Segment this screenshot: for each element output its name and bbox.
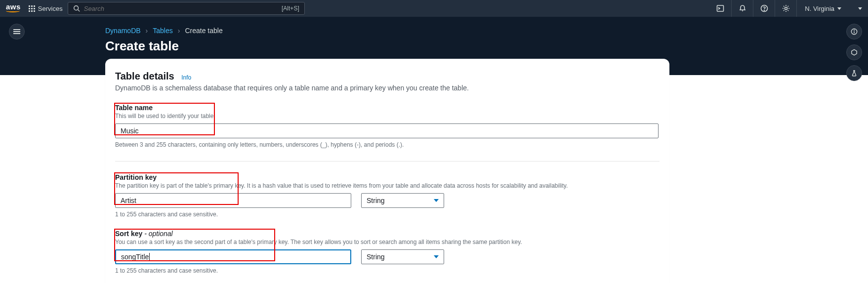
partition-key-hint: 1 to 255 characters and case sensitive. bbox=[115, 211, 660, 218]
cloudshell-button[interactable] bbox=[709, 0, 731, 17]
services-menu[interactable]: Services bbox=[29, 5, 63, 12]
table-details-panel: Table details Info DynamoDB is a schemal… bbox=[105, 59, 669, 283]
partition-key-label: Partition key bbox=[115, 173, 660, 181]
search-bar[interactable]: [Alt+S] bbox=[68, 2, 305, 15]
help-icon bbox=[760, 4, 768, 12]
text-cursor bbox=[149, 253, 150, 261]
partition-key-sublabel: The partition key is part of the table's… bbox=[115, 182, 660, 189]
svg-point-0 bbox=[74, 6, 78, 10]
settings-button[interactable] bbox=[775, 0, 796, 17]
sort-key-input-value: songTitle bbox=[121, 253, 149, 261]
panel-description: DynamoDB is a schemaless database that r… bbox=[115, 84, 660, 92]
sort-key-sublabel: You can use a sort key as the second par… bbox=[115, 239, 660, 245]
aws-logo[interactable]: aws bbox=[6, 4, 21, 13]
table-name-label: Table name bbox=[115, 104, 660, 112]
breadcrumb: DynamoDB › Tables › Create table bbox=[105, 27, 223, 35]
table-name-section: Table name This will be used to identify… bbox=[115, 104, 660, 148]
nav-icons: N. Virginia bbox=[709, 0, 849, 17]
sort-key-label-text: Sort key bbox=[115, 230, 142, 238]
flask-icon bbox=[851, 70, 858, 77]
info-panel-button[interactable] bbox=[846, 24, 862, 40]
page-title: Create table bbox=[105, 39, 223, 54]
aws-smile-icon bbox=[6, 9, 20, 12]
info-link[interactable]: Info bbox=[181, 74, 191, 81]
sort-key-type-select[interactable]: String bbox=[361, 249, 444, 264]
sort-key-input[interactable]: songTitle bbox=[115, 249, 351, 264]
breadcrumb-area: DynamoDB › Tables › Create table Create … bbox=[105, 27, 223, 54]
info-circle-icon bbox=[851, 28, 858, 35]
bell-icon bbox=[739, 4, 746, 12]
security-panel-button[interactable] bbox=[846, 44, 862, 60]
partition-key-type-select[interactable]: String bbox=[361, 193, 444, 208]
experiments-button[interactable] bbox=[846, 65, 862, 81]
table-name-hint: Between 3 and 255 characters, containing… bbox=[115, 141, 660, 148]
chevron-right-icon: › bbox=[146, 27, 148, 35]
breadcrumb-dynamodb[interactable]: DynamoDB bbox=[105, 27, 141, 35]
panel-heading: Table details bbox=[115, 71, 174, 82]
gear-icon bbox=[782, 4, 790, 12]
svg-point-9 bbox=[854, 30, 855, 31]
sort-key-type-value: String bbox=[367, 253, 385, 261]
region-label: N. Virginia bbox=[805, 5, 834, 12]
svg-line-1 bbox=[78, 10, 80, 12]
sort-key-optional: - optional bbox=[142, 230, 172, 238]
caret-down-icon bbox=[434, 199, 439, 202]
sort-key-label: Sort key - optional bbox=[115, 230, 660, 238]
hexagon-icon bbox=[851, 49, 858, 56]
svg-point-5 bbox=[764, 10, 764, 11]
breadcrumb-tables[interactable]: Tables bbox=[153, 27, 172, 35]
caret-down-icon bbox=[434, 255, 439, 258]
aws-logo-text: aws bbox=[6, 4, 21, 10]
account-menu[interactable] bbox=[858, 7, 862, 10]
help-button[interactable] bbox=[753, 0, 775, 17]
search-input[interactable] bbox=[84, 5, 167, 12]
search-shortcut: [Alt+S] bbox=[282, 5, 299, 12]
chevron-right-icon: › bbox=[178, 27, 180, 35]
notifications-button[interactable] bbox=[731, 0, 753, 17]
table-name-input[interactable] bbox=[115, 123, 659, 138]
partition-key-section: Partition key The partition key is part … bbox=[115, 173, 660, 218]
sort-key-section: Sort key - optional You can use a sort k… bbox=[115, 230, 660, 274]
sort-key-hint: 1 to 255 characters and case sensitive. bbox=[115, 267, 660, 274]
region-selector[interactable]: N. Virginia bbox=[796, 0, 849, 17]
partition-key-input[interactable] bbox=[115, 193, 351, 208]
top-nav: aws Services [Alt+S] bbox=[0, 0, 868, 17]
hamburger-icon bbox=[13, 29, 20, 34]
cloudshell-icon bbox=[716, 4, 724, 12]
svg-marker-10 bbox=[852, 49, 857, 55]
breadcrumb-current: Create table bbox=[185, 27, 222, 35]
side-nav-toggle[interactable] bbox=[9, 24, 25, 40]
services-grid-icon bbox=[29, 5, 35, 12]
table-name-sublabel: This will be used to identify your table… bbox=[115, 113, 660, 120]
partition-key-type-value: String bbox=[367, 197, 385, 204]
right-tool-rail bbox=[846, 24, 862, 81]
search-icon bbox=[73, 5, 80, 12]
caret-down-icon bbox=[837, 7, 841, 10]
svg-point-6 bbox=[785, 7, 787, 10]
divider bbox=[115, 161, 660, 162]
services-label: Services bbox=[38, 5, 63, 12]
